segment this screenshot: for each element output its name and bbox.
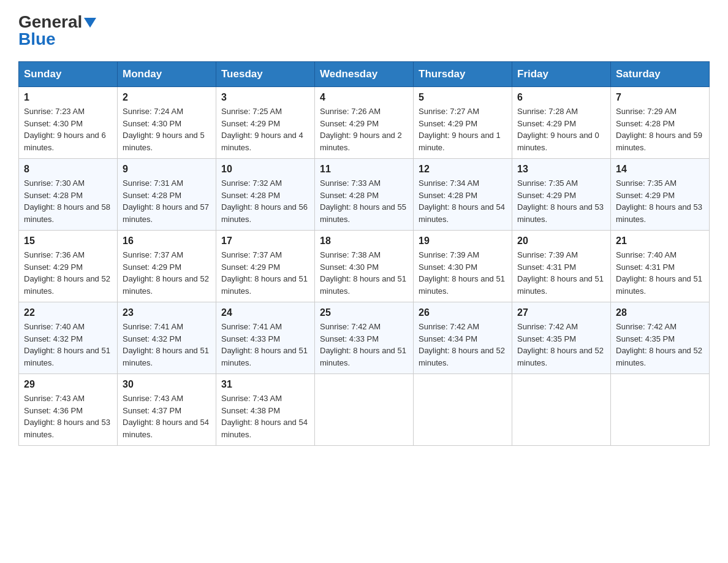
day-number: 11 [320, 164, 408, 175]
day-info: Sunrise: 7:40 AMSunset: 4:32 PMDaylight:… [24, 322, 110, 367]
day-cell: 28 Sunrise: 7:42 AMSunset: 4:35 PMDaylig… [611, 302, 710, 374]
day-info: Sunrise: 7:26 AMSunset: 4:29 PMDaylight:… [320, 107, 402, 152]
day-info: Sunrise: 7:25 AMSunset: 4:29 PMDaylight:… [221, 107, 303, 152]
day-cell: 22 Sunrise: 7:40 AMSunset: 4:32 PMDaylig… [19, 302, 118, 374]
day-number: 27 [517, 307, 605, 318]
day-info: Sunrise: 7:29 AMSunset: 4:28 PMDaylight:… [616, 107, 702, 152]
day-cell: 29 Sunrise: 7:43 AMSunset: 4:36 PMDaylig… [19, 374, 118, 446]
day-info: Sunrise: 7:34 AMSunset: 4:28 PMDaylight:… [419, 178, 505, 224]
day-cell: 13 Sunrise: 7:35 AMSunset: 4:29 PMDaylig… [512, 159, 611, 231]
day-number: 28 [616, 307, 704, 318]
day-cell: 27 Sunrise: 7:42 AMSunset: 4:35 PMDaylig… [512, 302, 611, 374]
day-cell: 4 Sunrise: 7:26 AMSunset: 4:29 PMDayligh… [315, 87, 414, 159]
day-number: 20 [517, 236, 605, 247]
day-number: 8 [24, 164, 112, 175]
day-info: Sunrise: 7:42 AMSunset: 4:35 PMDaylight:… [517, 322, 604, 367]
day-number: 16 [123, 236, 211, 247]
day-info: Sunrise: 7:31 AMSunset: 4:28 PMDaylight:… [123, 178, 209, 224]
day-number: 24 [221, 307, 309, 318]
day-cell: 8 Sunrise: 7:30 AMSunset: 4:28 PMDayligh… [19, 159, 118, 231]
day-cell [611, 374, 710, 446]
day-number: 12 [419, 164, 507, 175]
day-cell: 5 Sunrise: 7:27 AMSunset: 4:29 PMDayligh… [414, 87, 512, 159]
day-cell: 16 Sunrise: 7:37 AMSunset: 4:29 PMDaylig… [118, 231, 216, 302]
calendar-body: 1 Sunrise: 7:23 AMSunset: 4:30 PMDayligh… [19, 87, 710, 446]
day-info: Sunrise: 7:39 AMSunset: 4:31 PMDaylight:… [517, 250, 604, 296]
day-cell: 2 Sunrise: 7:24 AMSunset: 4:30 PMDayligh… [118, 87, 216, 159]
day-info: Sunrise: 7:36 AMSunset: 4:29 PMDaylight:… [24, 250, 110, 296]
header-cell-wednesday: Wednesday [315, 62, 414, 87]
day-number: 31 [221, 379, 309, 390]
day-info: Sunrise: 7:32 AMSunset: 4:28 PMDaylight:… [221, 178, 308, 224]
day-cell: 31 Sunrise: 7:43 AMSunset: 4:38 PMDaylig… [216, 374, 315, 446]
day-cell: 11 Sunrise: 7:33 AMSunset: 4:28 PMDaylig… [315, 159, 414, 231]
day-info: Sunrise: 7:43 AMSunset: 4:38 PMDaylight:… [221, 394, 308, 439]
day-cell: 3 Sunrise: 7:25 AMSunset: 4:29 PMDayligh… [216, 87, 315, 159]
day-cell: 21 Sunrise: 7:40 AMSunset: 4:31 PMDaylig… [611, 231, 710, 302]
day-number: 15 [24, 236, 112, 247]
day-number: 10 [221, 164, 309, 175]
day-cell: 19 Sunrise: 7:39 AMSunset: 4:30 PMDaylig… [414, 231, 512, 302]
week-row-2: 8 Sunrise: 7:30 AMSunset: 4:28 PMDayligh… [19, 159, 710, 231]
day-number: 4 [320, 92, 408, 103]
day-number: 17 [221, 236, 309, 247]
day-cell: 24 Sunrise: 7:41 AMSunset: 4:33 PMDaylig… [216, 302, 315, 374]
week-row-3: 15 Sunrise: 7:36 AMSunset: 4:29 PMDaylig… [19, 231, 710, 302]
day-cell: 20 Sunrise: 7:39 AMSunset: 4:31 PMDaylig… [512, 231, 611, 302]
week-row-1: 1 Sunrise: 7:23 AMSunset: 4:30 PMDayligh… [19, 87, 710, 159]
header-cell-friday: Friday [512, 62, 611, 87]
day-cell: 15 Sunrise: 7:36 AMSunset: 4:29 PMDaylig… [19, 231, 118, 302]
day-number: 19 [419, 236, 507, 247]
day-info: Sunrise: 7:42 AMSunset: 4:34 PMDaylight:… [419, 322, 505, 367]
day-number: 5 [419, 92, 507, 103]
week-row-4: 22 Sunrise: 7:40 AMSunset: 4:32 PMDaylig… [19, 302, 710, 374]
day-info: Sunrise: 7:30 AMSunset: 4:28 PMDaylight:… [24, 178, 110, 224]
header-cell-thursday: Thursday [414, 62, 512, 87]
day-info: Sunrise: 7:24 AMSunset: 4:30 PMDaylight:… [123, 107, 205, 152]
day-cell: 6 Sunrise: 7:28 AMSunset: 4:29 PMDayligh… [512, 87, 611, 159]
day-cell: 23 Sunrise: 7:41 AMSunset: 4:32 PMDaylig… [118, 302, 216, 374]
day-number: 14 [616, 164, 704, 175]
day-number: 29 [24, 379, 112, 390]
day-info: Sunrise: 7:37 AMSunset: 4:29 PMDaylight:… [221, 250, 308, 296]
day-cell [414, 374, 512, 446]
day-cell: 14 Sunrise: 7:35 AMSunset: 4:29 PMDaylig… [611, 159, 710, 231]
day-number: 9 [123, 164, 211, 175]
day-info: Sunrise: 7:35 AMSunset: 4:29 PMDaylight:… [616, 178, 702, 224]
page-header: General Blue [18, 12, 710, 49]
day-info: Sunrise: 7:43 AMSunset: 4:37 PMDaylight:… [123, 394, 209, 439]
day-cell: 26 Sunrise: 7:42 AMSunset: 4:34 PMDaylig… [414, 302, 512, 374]
day-number: 13 [517, 164, 605, 175]
logo-blue-text: Blue [18, 29, 96, 49]
day-cell: 12 Sunrise: 7:34 AMSunset: 4:28 PMDaylig… [414, 159, 512, 231]
day-cell: 7 Sunrise: 7:29 AMSunset: 4:28 PMDayligh… [611, 87, 710, 159]
day-info: Sunrise: 7:28 AMSunset: 4:29 PMDaylight:… [517, 107, 599, 152]
calendar-header: SundayMondayTuesdayWednesdayThursdayFrid… [19, 62, 710, 87]
day-info: Sunrise: 7:33 AMSunset: 4:28 PMDaylight:… [320, 178, 406, 224]
header-cell-saturday: Saturday [611, 62, 710, 87]
day-number: 2 [123, 92, 211, 103]
day-cell [315, 374, 414, 446]
day-number: 21 [616, 236, 704, 247]
day-number: 30 [123, 379, 211, 390]
day-info: Sunrise: 7:27 AMSunset: 4:29 PMDaylight:… [419, 107, 501, 152]
day-info: Sunrise: 7:23 AMSunset: 4:30 PMDaylight:… [24, 107, 106, 152]
header-cell-monday: Monday [118, 62, 216, 87]
day-info: Sunrise: 7:38 AMSunset: 4:30 PMDaylight:… [320, 250, 406, 296]
day-cell: 17 Sunrise: 7:37 AMSunset: 4:29 PMDaylig… [216, 231, 315, 302]
day-cell: 25 Sunrise: 7:42 AMSunset: 4:33 PMDaylig… [315, 302, 414, 374]
week-row-5: 29 Sunrise: 7:43 AMSunset: 4:36 PMDaylig… [19, 374, 710, 446]
header-cell-tuesday: Tuesday [216, 62, 315, 87]
logo: General Blue [18, 12, 96, 49]
day-cell [512, 374, 611, 446]
day-info: Sunrise: 7:42 AMSunset: 4:33 PMDaylight:… [320, 322, 406, 367]
day-info: Sunrise: 7:41 AMSunset: 4:32 PMDaylight:… [123, 322, 209, 367]
day-cell: 9 Sunrise: 7:31 AMSunset: 4:28 PMDayligh… [118, 159, 216, 231]
day-cell: 1 Sunrise: 7:23 AMSunset: 4:30 PMDayligh… [19, 87, 118, 159]
header-cell-sunday: Sunday [19, 62, 118, 87]
day-cell: 10 Sunrise: 7:32 AMSunset: 4:28 PMDaylig… [216, 159, 315, 231]
day-number: 25 [320, 307, 408, 318]
day-info: Sunrise: 7:40 AMSunset: 4:31 PMDaylight:… [616, 250, 702, 296]
day-info: Sunrise: 7:43 AMSunset: 4:36 PMDaylight:… [24, 394, 110, 439]
day-number: 26 [419, 307, 507, 318]
